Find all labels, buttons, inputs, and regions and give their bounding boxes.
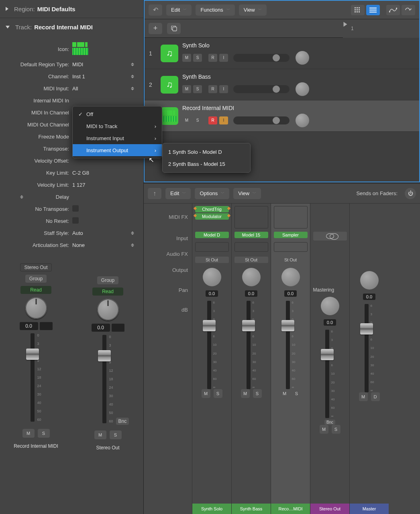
- sends-on-faders-toggle[interactable]: ⏻: [405, 188, 416, 199]
- pan-knob[interactable]: [296, 82, 309, 96]
- key-limit-value[interactable]: C-2 G8: [72, 170, 128, 176]
- track-row[interactable]: 1 ♫ Synth Solo M S R I: [145, 38, 419, 69]
- edit-menu[interactable]: Edit﹀: [166, 4, 192, 16]
- group-slot[interactable]: Group: [25, 275, 47, 283]
- input-slot[interactable]: [313, 232, 347, 241]
- db-value[interactable]: 0.0: [92, 324, 110, 332]
- submenu-item[interactable]: 2 Synth Bass - Model 15: [163, 158, 250, 170]
- volume-slider[interactable]: [233, 116, 290, 124]
- volume-fader[interactable]: [102, 335, 106, 423]
- mute-button[interactable]: M: [182, 116, 191, 124]
- stepper-icon[interactable]: [131, 243, 134, 247]
- mixer-channel[interactable]: ChordTrigModulator Model D St Out 0.0 63…: [192, 204, 231, 514]
- instrument-plugin[interactable]: Model D: [195, 232, 229, 238]
- mute-button[interactable]: M: [359, 392, 368, 401]
- mixer-channel[interactable]: Model 15 St Out 0.0 630361020304060∞ MS …: [231, 204, 271, 514]
- automation-curve-button[interactable]: [386, 5, 400, 15]
- db-value[interactable]: 0.0: [363, 294, 375, 300]
- output-slot[interactable]: St Out: [195, 257, 229, 263]
- instrument-output-submenu[interactable]: 1 Synth Solo - Model D2 Synth Bass - Mod…: [162, 143, 251, 173]
- internal-midi-in-menu[interactable]: ✓OffMIDI to Track›Instrument Input›Instr…: [72, 106, 162, 158]
- output-slot[interactable]: St Out: [274, 257, 308, 263]
- pan-knob[interactable]: [97, 299, 119, 320]
- db-value[interactable]: 0.0: [20, 322, 38, 330]
- audio-fx-slot[interactable]: [195, 242, 229, 252]
- no-reset-checkbox[interactable]: [72, 217, 79, 224]
- timeline-ruler[interactable]: 1: [343, 19, 419, 38]
- volume-fader[interactable]: [286, 301, 290, 389]
- mixer-channel[interactable]: Sampler St Out 0.0 630361020304060∞ MS R…: [271, 204, 310, 514]
- instrument-plugin[interactable]: Model 15: [234, 232, 268, 238]
- midi-fx-plugin[interactable]: Modulator: [195, 213, 229, 220]
- db-value[interactable]: 0.0: [245, 290, 257, 297]
- bounce-button[interactable]: Bnc: [324, 420, 335, 425]
- record-enable-button[interactable]: R: [208, 85, 217, 93]
- mute-button[interactable]: M: [182, 54, 191, 62]
- menu-item[interactable]: Instrument Output›: [73, 144, 162, 156]
- solo-button[interactable]: S: [110, 430, 122, 439]
- mute-button[interactable]: M: [241, 389, 250, 398]
- articulation-set-value[interactable]: None: [72, 242, 128, 248]
- submenu-item[interactable]: 1 Synth Solo - Model D: [163, 146, 250, 158]
- automation-read-button[interactable]: Read: [92, 288, 123, 296]
- mute-button[interactable]: M: [22, 429, 35, 438]
- volume-fader[interactable]: [325, 330, 329, 418]
- output-slot[interactable]: Stereo Out: [20, 263, 51, 271]
- mixer-edit-menu[interactable]: Edit﹀: [165, 188, 191, 199]
- track-row[interactable]: 2 ♫ Synth Bass M S R I: [145, 69, 419, 100]
- solo-button[interactable]: S: [193, 54, 202, 62]
- bounce-button[interactable]: Bnc: [116, 418, 129, 425]
- menu-item[interactable]: Instrument Input›: [73, 132, 162, 144]
- pan-knob[interactable]: [242, 268, 261, 286]
- midi-fx-slot[interactable]: [234, 206, 268, 228]
- pan-knob[interactable]: [281, 268, 300, 286]
- input-monitor-button[interactable]: I: [219, 54, 228, 62]
- input-monitor-button[interactable]: I: [219, 85, 228, 93]
- solo-button[interactable]: S: [214, 389, 222, 398]
- menu-item[interactable]: MIDI to Track›: [73, 120, 162, 132]
- midi-fx-plugin[interactable]: ChordTrig: [195, 206, 229, 212]
- stepper-icon[interactable]: [131, 87, 134, 90]
- stepper-icon[interactable]: [131, 231, 134, 235]
- region-header[interactable]: Region: MIDI Defaults: [0, 0, 143, 18]
- velocity-limit-value[interactable]: 1 127: [72, 182, 128, 188]
- track-icon[interactable]: ♫: [161, 45, 178, 62]
- volume-fader[interactable]: [31, 333, 35, 422]
- mixer-options-menu[interactable]: Options﹀: [195, 188, 229, 199]
- list-view-button[interactable]: [366, 5, 380, 15]
- add-track-button[interactable]: +: [149, 23, 162, 34]
- audio-fx-slot[interactable]: [234, 242, 268, 252]
- duplicate-track-button[interactable]: [167, 23, 181, 34]
- no-transpose-checkbox[interactable]: [72, 205, 79, 212]
- mute-button[interactable]: M: [280, 389, 289, 398]
- pan-knob[interactable]: [203, 268, 221, 286]
- loop-button[interactable]: [402, 5, 415, 15]
- up-level-button[interactable]: ↑: [148, 188, 161, 199]
- mute-button[interactable]: M: [94, 430, 106, 439]
- db-value[interactable]: 0.0: [284, 290, 297, 297]
- volume-fader[interactable]: [365, 304, 369, 392]
- stepper-icon[interactable]: [131, 75, 134, 78]
- volume-fader[interactable]: [207, 301, 211, 389]
- solo-button[interactable]: S: [253, 389, 262, 398]
- track-icon[interactable]: [161, 107, 178, 125]
- track-row[interactable]: Record Internal MIDI M S R I: [145, 100, 419, 132]
- pan-knob[interactable]: [360, 271, 379, 290]
- stepper-icon[interactable]: [131, 63, 134, 66]
- db-value[interactable]: 0.0: [324, 319, 336, 326]
- group-slot[interactable]: Group: [97, 276, 118, 284]
- menu-item[interactable]: ✓Off: [73, 108, 162, 120]
- instrument-plugin[interactable]: Sampler: [274, 232, 308, 238]
- solo-button[interactable]: S: [193, 116, 202, 124]
- output-slot[interactable]: St Out: [234, 257, 268, 263]
- view-menu[interactable]: View﹀: [239, 4, 267, 16]
- mute-button[interactable]: M: [202, 389, 210, 398]
- mixer-channel[interactable]: 0.0 630361020304060∞ MD Master: [349, 204, 389, 514]
- volume-slider[interactable]: [233, 85, 290, 93]
- solo-button[interactable]: S: [332, 425, 340, 434]
- grid-view-button[interactable]: [351, 5, 365, 15]
- midi-input-value[interactable]: All: [72, 86, 128, 92]
- mute-button[interactable]: M: [182, 85, 191, 93]
- record-enable-button[interactable]: R: [208, 116, 217, 124]
- mixer-view-menu[interactable]: View﹀: [233, 188, 261, 199]
